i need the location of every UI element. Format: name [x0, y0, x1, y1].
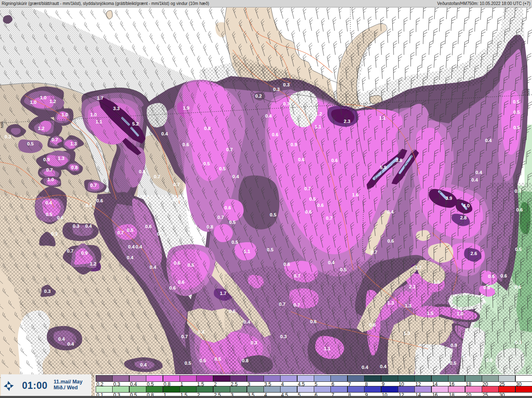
svg-text:1.7: 1.7: [97, 96, 103, 101]
svg-text:0.4: 0.4: [198, 329, 205, 334]
svg-text:0.5: 0.5: [219, 166, 226, 171]
svg-text:0.7: 0.7: [90, 183, 97, 188]
svg-text:1.2: 1.2: [90, 261, 96, 266]
svg-text:1.0: 1.0: [40, 95, 47, 100]
svg-text:0.6: 0.6: [272, 132, 278, 137]
svg-text:0.5: 0.5: [86, 203, 93, 208]
svg-text:0.5: 0.5: [515, 247, 522, 252]
svg-text:0.5: 0.5: [513, 110, 520, 115]
svg-text:1.2: 1.2: [49, 99, 56, 104]
svg-text:1.0: 1.0: [90, 112, 97, 117]
svg-text:2.1: 2.1: [409, 284, 416, 289]
svg-text:0.4: 0.4: [328, 260, 335, 265]
svg-text:0.9: 0.9: [81, 251, 88, 256]
svg-text:0.9: 0.9: [291, 142, 297, 147]
svg-text:0.6: 0.6: [331, 158, 338, 163]
svg-text:0.7: 0.7: [217, 215, 224, 220]
svg-text:2.8: 2.8: [460, 215, 467, 220]
svg-text:1.3: 1.3: [70, 141, 77, 146]
svg-text:0.7: 0.7: [294, 273, 300, 278]
svg-text:0.4: 0.4: [380, 364, 387, 369]
svg-text:0.5: 0.5: [46, 212, 53, 217]
svg-text:0.4: 0.4: [387, 209, 394, 214]
svg-text:0.3: 0.3: [283, 82, 290, 87]
svg-text:1.1: 1.1: [379, 115, 386, 120]
svg-text:0.7: 0.7: [293, 302, 300, 307]
svg-text:0.8: 0.8: [486, 358, 493, 363]
svg-text:N95: N95: [0, 121, 4, 128]
svg-text:0.4: 0.4: [161, 131, 168, 136]
svg-text:N99: N99: [526, 89, 530, 96]
svg-text:0.5: 0.5: [214, 356, 222, 361]
svg-text:0.6: 0.6: [515, 285, 521, 290]
svg-text:0.7: 0.7: [173, 182, 180, 187]
svg-text:0.3: 0.3: [251, 340, 257, 345]
svg-text:0.3: 0.3: [5, 134, 11, 139]
svg-text:1.3: 1.3: [404, 331, 410, 336]
svg-text:0.6: 0.6: [516, 207, 523, 212]
svg-text:0.4: 0.4: [45, 200, 52, 205]
svg-text:1.1: 1.1: [315, 124, 322, 129]
svg-text:0.5: 0.5: [232, 240, 239, 245]
svg-text:1.9: 1.9: [183, 106, 190, 111]
svg-text:0.5: 0.5: [229, 220, 236, 225]
svg-text:0.4: 0.4: [128, 244, 135, 249]
svg-text:0.6: 0.6: [488, 274, 495, 279]
svg-text:0.9: 0.9: [172, 197, 179, 202]
svg-text:0.8: 0.8: [483, 285, 490, 290]
svg-text:1.0: 1.0: [193, 233, 200, 238]
svg-text:3.8: 3.8: [396, 158, 403, 163]
svg-text:0.5: 0.5: [186, 216, 193, 221]
svg-text:0.3: 0.3: [273, 87, 280, 92]
svg-text:0.5: 0.5: [203, 161, 210, 166]
svg-text:0.7: 0.7: [52, 137, 58, 142]
svg-text:0.5: 0.5: [27, 141, 34, 146]
svg-text:3.3: 3.3: [113, 106, 120, 111]
svg-text:1.1: 1.1: [96, 119, 103, 124]
svg-text:0.8: 0.8: [369, 322, 376, 327]
svg-text:1.6: 1.6: [352, 192, 359, 197]
svg-text:0.6: 0.6: [182, 142, 189, 147]
svg-text:0.5: 0.5: [513, 99, 520, 104]
svg-text:0.7: 0.7: [154, 174, 160, 179]
svg-text:0.2: 0.2: [255, 93, 262, 98]
svg-text:0.7: 0.7: [371, 250, 377, 255]
svg-text:0.6: 0.6: [174, 260, 180, 265]
svg-text:0.3: 0.3: [44, 289, 51, 294]
svg-text:0.5: 0.5: [127, 228, 134, 233]
svg-text:1.1: 1.1: [244, 249, 251, 254]
svg-text:0.6: 0.6: [145, 224, 152, 229]
svg-text:4.0: 4.0: [463, 203, 470, 208]
svg-text:0.6: 0.6: [500, 273, 507, 278]
svg-text:0.4: 0.4: [58, 337, 65, 341]
svg-text:0.6: 0.6: [305, 209, 312, 214]
svg-text:0.4: 0.4: [127, 255, 134, 260]
svg-text:0.7: 0.7: [283, 101, 290, 106]
svg-text:0.7: 0.7: [46, 167, 53, 172]
svg-text:0.5: 0.5: [513, 125, 520, 130]
svg-text:0.4: 0.4: [265, 113, 272, 118]
svg-text:0.8: 0.8: [139, 169, 146, 174]
svg-text:0.4: 0.4: [232, 174, 239, 179]
svg-text:1.3: 1.3: [387, 300, 394, 305]
svg-text:0.4: 0.4: [475, 170, 483, 175]
svg-text:0.5: 0.5: [200, 358, 207, 363]
svg-text:1.0: 1.0: [62, 112, 68, 117]
svg-text:0.3: 0.3: [515, 340, 522, 345]
svg-text:0.4: 0.4: [135, 244, 143, 249]
svg-text:3.9: 3.9: [446, 196, 452, 201]
svg-text:0.3: 0.3: [51, 231, 58, 236]
svg-text:0.4: 0.4: [85, 224, 92, 228]
svg-text:5.9: 5.9: [380, 165, 387, 170]
svg-text:0.7: 0.7: [279, 302, 286, 307]
svg-text:0.9: 0.9: [451, 343, 457, 348]
svg-text:0.5: 0.5: [270, 212, 277, 217]
svg-text:0.7: 0.7: [304, 186, 311, 191]
svg-text:1.7: 1.7: [220, 291, 227, 296]
svg-text:1.6: 1.6: [433, 280, 440, 285]
svg-text:0.6: 0.6: [298, 157, 305, 162]
svg-text:1.1: 1.1: [324, 346, 331, 351]
svg-text:0.7: 0.7: [326, 216, 332, 221]
svg-text:0.9: 0.9: [43, 157, 50, 162]
svg-text:0.5: 0.5: [309, 197, 316, 201]
